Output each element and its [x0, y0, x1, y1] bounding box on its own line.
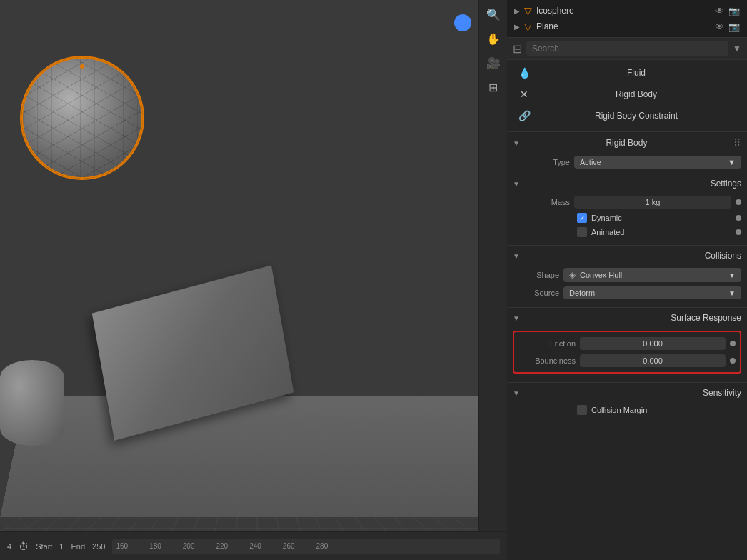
viewport[interactable]: 🔍 ✋ 🎥 ⊞ 4 ⏱ Start 1 End 250 160 180 200 …: [0, 0, 507, 560]
bounciness-label: Bounciness: [518, 356, 576, 365]
dynamic-checkbox[interactable]: ✓: [577, 213, 587, 223]
fluid-icon: 💧: [517, 66, 531, 80]
object-name-label: Icosphere: [536, 6, 711, 16]
visibility-icon[interactable]: 👁: [715, 6, 724, 16]
object-list: ▶ ▽ Icosphere 👁 📷 ▶ ▽ Plane 👁 📷: [507, 0, 747, 38]
timeline-marks: 160 180 200 220 240 260 280: [116, 542, 328, 550]
collision-margin-checkbox[interactable]: [577, 405, 587, 415]
mass-row: Mass 1 kg: [513, 194, 741, 211]
plane-object: [0, 396, 507, 517]
mass-label: Mass: [513, 198, 570, 206]
collision-margin-row: Collision Margin: [513, 403, 741, 417]
dropdown-arrow-icon: ▼: [728, 158, 736, 166]
friction-row: Friction: [518, 335, 736, 352]
visibility-icon[interactable]: 👁: [715, 21, 724, 32]
settings-section: ▼ Settings Mass 1 kg ✓ Dynamic: [513, 176, 741, 242]
end-label: End: [71, 542, 85, 551]
fluid-label: Fluid: [536, 68, 737, 78]
mass-keyframe-dot: [736, 199, 741, 205]
sensitivity-section-header[interactable]: ▼ Sensitivity: [513, 386, 741, 400]
rigid-body-constraint-button[interactable]: 🔗 Rigid Body Constraint: [513, 106, 741, 126]
settings-section-body: Mass 1 kg ✓ Dynamic Animated: [513, 191, 741, 242]
section-collapse-icon: ▼: [513, 180, 520, 188]
collisions-section-header[interactable]: ▼ Collisions: [513, 249, 741, 263]
animated-checkbox[interactable]: [577, 227, 587, 237]
source-dropdown[interactable]: Deform ▼: [563, 286, 741, 299]
close-icon: ✕: [517, 87, 531, 101]
type-row: Type Active ▼: [513, 154, 741, 171]
sensitivity-section-body: Collision Margin: [513, 400, 741, 420]
render-visibility-icon[interactable]: 📷: [728, 21, 740, 32]
source-value: Deform: [569, 289, 595, 297]
icosphere-inner: [23, 59, 141, 177]
zoom-tool-button[interactable]: 🔍: [483, 4, 504, 25]
section-options-icon[interactable]: ⠿: [733, 137, 741, 149]
collisions-section-body: Shape ◈ Convex Hull ▼ Source Deform ▼: [513, 263, 741, 304]
timer-icon: ⏱: [19, 541, 29, 552]
surface-response-highlight: Friction Bounciness: [513, 331, 741, 374]
shape-dropdown[interactable]: ◈ Convex Hull ▼: [563, 268, 741, 282]
source-row: Source Deform ▼: [513, 284, 741, 301]
rigid-body-label: Rigid Body: [536, 89, 737, 99]
type-dropdown[interactable]: Active ▼: [574, 156, 741, 169]
type-label: Type: [513, 158, 570, 166]
list-item[interactable]: ▶ ▽ Plane 👁 📷: [507, 19, 747, 34]
divider: [507, 131, 747, 132]
timeline-ruler[interactable]: 160 180 200 220 240 260 280: [112, 539, 500, 554]
object-type-icon: ▽: [524, 5, 532, 16]
settings-section-title: Settings: [711, 179, 741, 189]
rigid-body-button[interactable]: ✕ Rigid Body: [513, 84, 741, 104]
expand-arrow-icon: ▶: [514, 7, 520, 15]
object-name-label: Plane: [536, 21, 711, 31]
dynamic-keyframe-dot: [736, 215, 741, 221]
section-collapse-icon: ▼: [513, 389, 520, 397]
collapse-arrow-icon[interactable]: ▼: [733, 44, 741, 54]
physics-strip: 💧 Fluid ✕ Rigid Body 🔗 Rigid Body Constr…: [507, 60, 747, 129]
list-item[interactable]: ▶ ▽ Icosphere 👁 📷: [507, 3, 747, 19]
surface-response-section: ▼ Surface Response Friction Bounciness: [513, 311, 741, 379]
search-input[interactable]: [526, 41, 728, 56]
source-label: Source: [513, 289, 559, 297]
rigid-body-section-header[interactable]: ▼ Rigid Body ⠿: [513, 135, 741, 151]
properties-icon: ⊟: [513, 42, 522, 56]
bounciness-row: Bounciness: [518, 352, 736, 369]
object-type-icon: ▽: [524, 21, 532, 32]
dropdown-arrow-icon: ▼: [728, 289, 736, 297]
settings-section-header[interactable]: ▼ Settings: [513, 176, 741, 191]
divider: [507, 382, 747, 383]
surface-response-section-title: Surface Response: [671, 313, 741, 323]
rigid-body-section: ▼ Rigid Body ⠿ Type Active ▼: [513, 135, 741, 174]
origin-dot: [80, 64, 84, 69]
render-visibility-icon[interactable]: 📷: [728, 6, 740, 16]
grab-tool-button[interactable]: ✋: [483, 28, 504, 49]
grid-tool-button[interactable]: ⊞: [483, 76, 504, 98]
collision-margin-label: Collision Margin: [591, 406, 741, 414]
start-value: 1: [59, 542, 64, 551]
constraint-icon: 🔗: [517, 109, 531, 123]
shape-value: Convex Hull: [580, 271, 622, 279]
bounciness-keyframe-dot: [730, 358, 736, 364]
surface-response-section-header[interactable]: ▼ Surface Response: [513, 311, 741, 325]
friction-input[interactable]: [580, 337, 726, 350]
start-label: Start: [36, 542, 52, 551]
viewport-toolbar: 🔍 ✋ 🎥 ⊞: [478, 0, 507, 531]
type-value: Active: [580, 158, 601, 166]
right-panel: ▶ ▽ Icosphere 👁 📷 ▶ ▽ Plane 👁 📷 ⊟ ▼ 💧 Fl…: [507, 0, 747, 560]
fluid-button[interactable]: 💧 Fluid: [513, 63, 741, 83]
bounciness-input[interactable]: [580, 354, 726, 367]
rigid-body-constraint-label: Rigid Body Constraint: [536, 111, 737, 121]
collisions-section: ▼ Collisions Shape ◈ Convex Hull ▼ Sourc…: [513, 249, 741, 304]
shape-label: Shape: [513, 271, 559, 279]
timeline: 4 ⏱ Start 1 End 250 160 180 200 220 240 …: [0, 531, 507, 560]
navigation-gizmo[interactable]: [454, 14, 471, 31]
dynamic-label: Dynamic: [591, 214, 731, 222]
expand-arrow-icon: ▶: [514, 23, 520, 31]
friction-keyframe-dot: [730, 341, 736, 346]
props-panel[interactable]: 💧 Fluid ✕ Rigid Body 🔗 Rigid Body Constr…: [507, 60, 747, 560]
camera-tool-button[interactable]: 🎥: [483, 52, 504, 74]
dropdown-arrow-icon: ▼: [728, 271, 736, 279]
sensitivity-section: ▼ Sensitivity Collision Margin: [513, 386, 741, 420]
animated-keyframe-dot: [736, 229, 741, 235]
end-value: 250: [92, 542, 105, 551]
mass-value[interactable]: 1 kg: [574, 196, 731, 209]
